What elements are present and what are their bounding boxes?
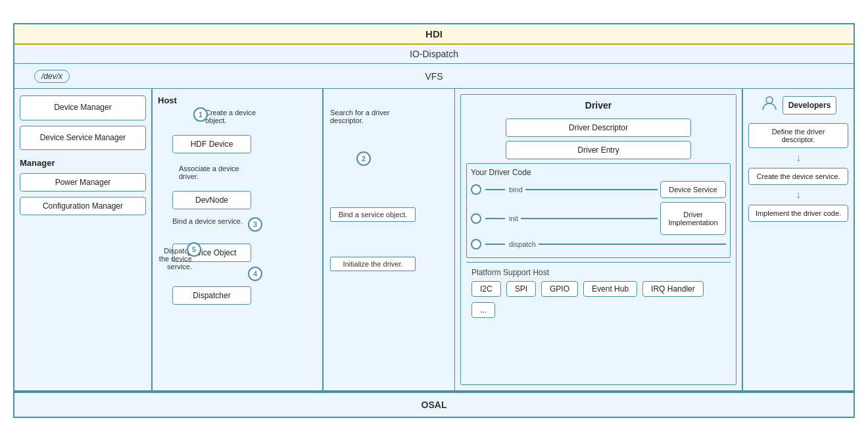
power-manager-box: Power Manager (20, 173, 146, 192)
layer-vfs: /dev/x VFS (14, 64, 854, 89)
driver-bind-row: bind Device Service (471, 181, 726, 198)
init-driver-label: Initialize the driver. (330, 257, 416, 271)
configuration-manager-box: Configuration Manager (20, 197, 146, 215)
dispatch-label: dispatch (509, 240, 536, 248)
bind-service-label: Bind a service object. (330, 207, 416, 222)
platform-items: I2C SPI GPIO Event Hub IRQ Handler ... (471, 281, 725, 318)
device-service-box: Device Service (660, 181, 726, 198)
dispatcher-box: Dispatcher (172, 286, 251, 305)
vfs-devx-label: /dev/x (34, 70, 70, 83)
developer-icon (760, 94, 779, 117)
dev-step-implement: Implement the driver code. (748, 205, 848, 222)
developers-label: Developers (783, 96, 837, 115)
platform-i2c: I2C (471, 281, 501, 297)
driver-implementation-box: Driver Implementation (660, 202, 726, 235)
platform-support-panel: Platform Support Host I2C SPI GPIO Event… (466, 262, 731, 323)
platform-spi: SPI (506, 281, 536, 297)
bind-lollipop (471, 184, 481, 195)
layer-hdi: HDI (14, 24, 854, 45)
host-label: Host (158, 95, 317, 105)
step1-annotation: Create a device object. (205, 109, 277, 124)
bind-label: bind (509, 186, 523, 194)
device-service-manager-box: Device Service Manager (20, 126, 146, 151)
developer-steps: Define the driver descriptor. ↓ Create t… (748, 123, 848, 222)
driver-descriptor-box: Driver Descriptor (506, 118, 690, 137)
driver-title: Driver (466, 100, 731, 111)
step5-annotation: Dispatch the device service. (153, 247, 192, 271)
host-panel: Host Create a device object. 1 HDF Devic… (153, 89, 324, 390)
step2-annotation: Associate a device driver. (179, 165, 245, 180)
your-driver-code-title: Your Driver Code (471, 168, 726, 177)
device-manager-box: Device Manager (20, 95, 146, 120)
vfs-label: VFS (14, 71, 854, 82)
dispatch-lollipop (471, 239, 481, 249)
layer-osal: OSAL (14, 392, 854, 417)
platform-event-hub: Event Hub (583, 281, 637, 297)
platform-gpio: GPIO (541, 281, 578, 297)
io-label: IO-Dispatch (410, 49, 458, 59)
hdi-label: HDI (425, 28, 443, 39)
driver-init-row: init Driver Implementation (471, 202, 726, 235)
devnode-box: DevNode (172, 191, 251, 209)
hdf-device-box: HDF Device (172, 135, 251, 153)
developer-panel: Developers Define the driver descriptor.… (742, 89, 854, 390)
search-label: Search for a driver descriptor. (330, 109, 416, 124)
platform-irq: IRQ Handler (642, 281, 704, 297)
init-lollipop (471, 213, 481, 224)
dev-arrow-1: ↓ (748, 152, 848, 164)
step3-annotation: Bind a device service. (172, 217, 245, 225)
dev-step-define: Define the driver descriptor. (748, 123, 848, 148)
driver-panel: Driver Driver Descriptor Driver Entry Yo… (455, 89, 742, 390)
driver-dispatch-row: dispatch (471, 239, 726, 249)
driver-entry-box: Driver Entry (506, 141, 690, 159)
init-label: init (509, 215, 518, 222)
osal-label: OSAL (422, 400, 447, 410)
step4-badge: 4 (248, 267, 262, 281)
svg-point-0 (766, 97, 773, 103)
step1-badge: 1 (193, 107, 208, 122)
manager-label: Manager (20, 158, 146, 168)
main-content: Device Manager Device Service Manager Ma… (14, 89, 854, 392)
layer-io: IO-Dispatch (14, 45, 854, 64)
platform-etc: ... (471, 302, 495, 318)
step2-badge: 2 (356, 151, 371, 166)
dev-arrow-2: ↓ (748, 189, 848, 201)
step3-badge: 3 (248, 217, 262, 232)
step5-badge: 5 (187, 242, 201, 257)
diagram-wrapper: HDI IO-Dispatch /dev/x VFS Device Manage… (13, 23, 855, 418)
middle-panel: Search for a driver descriptor. 2 Bind a… (324, 89, 455, 390)
dev-step-create: Create the device service. (748, 168, 848, 185)
platform-label: Platform Support Host (471, 268, 725, 277)
manager-panel: Device Manager Device Service Manager Ma… (14, 89, 153, 390)
